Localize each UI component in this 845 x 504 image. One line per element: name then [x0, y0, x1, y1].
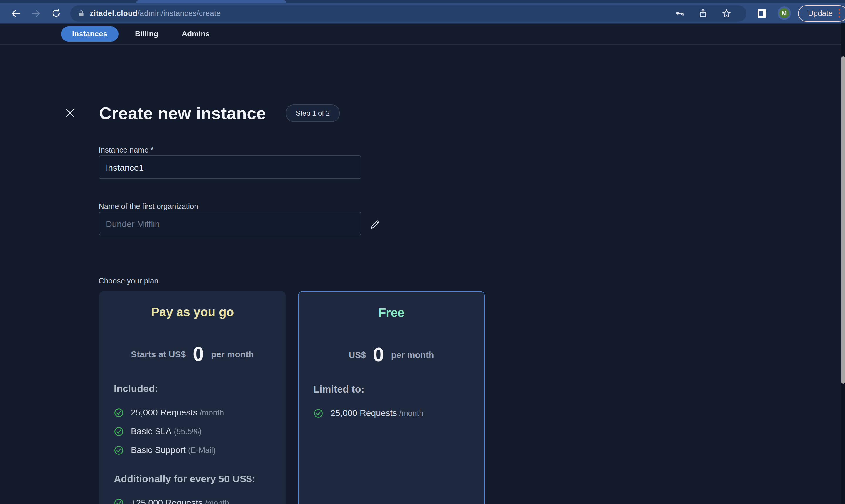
feature-row: +25,000 Requests/month	[114, 493, 275, 504]
active-tab-sliver[interactable]	[136, 0, 286, 3]
url-bar[interactable]: zitadel.cloud/admin/instances/create	[70, 5, 747, 21]
plan-price: US$ 0 per month	[299, 342, 484, 367]
tab-admins[interactable]: Admins	[175, 26, 217, 42]
feature-text: Basic SLA	[131, 426, 172, 436]
feature-row: Basic Support(E-Mail)	[114, 440, 275, 460]
create-instance-page: Create new instance Step 1 of 2 Instance…	[0, 44, 845, 504]
plan-title: Pay as you go	[99, 305, 286, 319]
reload-icon[interactable]	[49, 6, 63, 20]
url-text: zitadel.cloud/admin/instances/create	[90, 9, 221, 18]
plan-features: Limited to: 25,000 Requests/month	[313, 384, 473, 422]
feature-text: Basic Support	[131, 445, 186, 455]
check-circle-icon	[114, 408, 124, 417]
feature-text: 25,000 Requests	[330, 408, 397, 418]
plan-card-free[interactable]: Free US$ 0 per month Limited to: 25,000 …	[298, 291, 485, 504]
check-circle-icon	[114, 498, 124, 504]
instance-name-label: Instance name *	[98, 145, 154, 154]
password-key-icon[interactable]	[672, 6, 687, 20]
feature-note: (95.5%)	[174, 427, 201, 436]
app-nav: Instances Billing Admins	[0, 24, 845, 44]
url-domain: zitadel.cloud	[90, 9, 138, 18]
browser-menu-kebab-icon[interactable]	[839, 9, 840, 18]
feature-row: Basic SLA(95.5%)	[114, 422, 275, 440]
feature-text: +25,000 Requests	[131, 498, 202, 504]
page-title: Create new instance	[99, 104, 266, 123]
plan-price: Starts at US$ 0 per month	[99, 341, 286, 366]
url-path: /admin/instances/create	[138, 9, 221, 18]
instance-name-input[interactable]	[98, 156, 361, 179]
plan-title: Free	[299, 306, 484, 320]
plan-cards: Pay as you go Starts at US$ 0 per month …	[99, 291, 485, 504]
edit-pencil-icon[interactable]	[368, 217, 382, 231]
check-circle-icon	[313, 408, 323, 418]
plan-features: Included: 25,000 Requests/month Basic SL…	[114, 383, 275, 504]
price-prefix: US$	[349, 349, 366, 359]
section-header: Additionally for every 50 US$:	[114, 473, 275, 485]
feature-note: /month	[205, 499, 229, 504]
browser-tabstrip	[0, 0, 845, 3]
browser-window: zitadel.cloud/admin/instances/create M U…	[0, 0, 845, 504]
profile-avatar[interactable]: M	[777, 6, 791, 20]
side-panel-icon[interactable]	[755, 6, 769, 20]
forward-icon[interactable]	[29, 6, 43, 20]
bookmark-star-icon[interactable]	[719, 6, 734, 20]
choose-plan-label: Choose your plan	[98, 276, 158, 285]
step-badge: Step 1 of 2	[286, 105, 340, 122]
back-icon[interactable]	[9, 6, 23, 20]
price-amount: 0	[373, 343, 384, 366]
plan-card-pay-as-you-go[interactable]: Pay as you go Starts at US$ 0 per month …	[99, 291, 286, 504]
check-circle-icon	[114, 445, 124, 455]
price-amount: 0	[193, 342, 204, 365]
organization-input[interactable]	[98, 212, 361, 235]
organization-label: Name of the first organization	[98, 202, 198, 211]
feature-text: 25,000 Requests	[131, 407, 197, 417]
update-button[interactable]: Update	[798, 5, 845, 21]
avatar-letter: M	[779, 8, 789, 18]
tab-billing[interactable]: Billing	[128, 26, 165, 42]
browser-toolbar: zitadel.cloud/admin/instances/create M U…	[0, 3, 845, 24]
feature-note: /month	[399, 409, 424, 418]
check-circle-icon	[114, 426, 124, 436]
update-label: Update	[808, 9, 833, 18]
share-icon[interactable]	[696, 6, 710, 20]
price-prefix: Starts at US$	[131, 349, 186, 359]
section-header: Included:	[114, 383, 275, 395]
price-suffix: per month	[391, 349, 434, 359]
feature-row: 25,000 Requests/month	[114, 403, 275, 422]
scrollbar-thumb[interactable]	[842, 56, 845, 384]
tab-instances[interactable]: Instances	[61, 26, 119, 42]
section-header: Limited to:	[313, 384, 473, 395]
feature-row: 25,000 Requests/month	[313, 404, 473, 422]
feature-note: /month	[200, 408, 224, 417]
scrollbar-track[interactable]	[841, 23, 845, 504]
close-button[interactable]	[63, 106, 77, 120]
lock-icon	[77, 9, 85, 17]
feature-note: (E-Mail)	[188, 446, 216, 455]
price-suffix: per month	[211, 349, 254, 359]
